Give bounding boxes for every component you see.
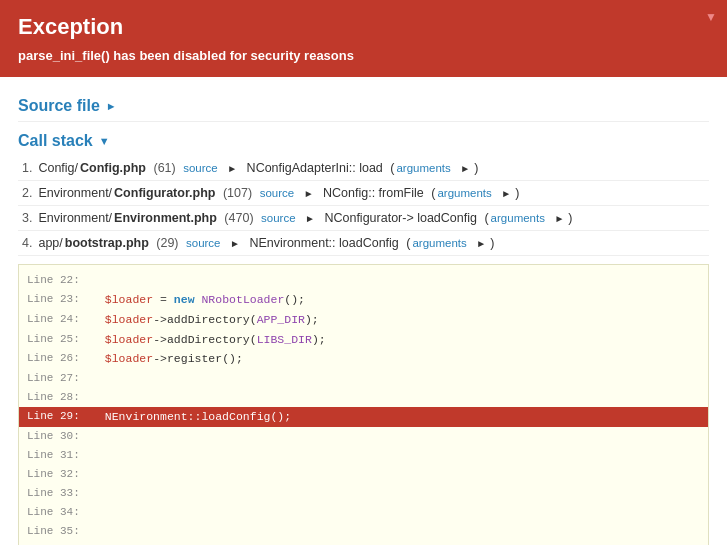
source-file-label: Source file xyxy=(18,97,100,115)
open-paren-3: ( xyxy=(484,211,488,225)
code-line-label: Line 25: xyxy=(27,331,91,349)
file-name-1: Config.php xyxy=(80,161,146,175)
source-link-3[interactable]: source xyxy=(261,212,296,224)
args-arrow-3: ► xyxy=(554,213,564,224)
code-line: Line 23: $loader = new NRobotLoader(); xyxy=(19,290,708,310)
close-paren-2: ) xyxy=(515,186,519,200)
exception-subtitle: parse_ini_file() has been disabled for s… xyxy=(18,48,709,63)
code-line-content: NEnvironment::loadConfig(); xyxy=(91,408,291,426)
file-name-4: bootstrap.php xyxy=(65,236,149,250)
exception-title: Exception xyxy=(18,14,709,40)
close-paren-1: ) xyxy=(474,161,478,175)
line-num-4: (29) xyxy=(156,236,178,250)
code-line-label: Line 26: xyxy=(27,350,91,368)
code-line-content: $loader->register(); xyxy=(91,350,243,368)
class-method-2: NConfig:: fromFile xyxy=(323,186,424,200)
code-line-label: Line 31: xyxy=(27,447,91,464)
call-stack-section[interactable]: Call stack ▼ xyxy=(18,132,709,150)
line-num-3: (470) xyxy=(224,211,253,225)
content-area: Source file ► Call stack ▼ 1. Config/Con… xyxy=(0,77,727,545)
class-method-4: NEnvironment:: loadConfig xyxy=(249,236,398,250)
code-line-label: Line 30: xyxy=(27,428,91,445)
file-name-3: Environment.php xyxy=(114,211,217,225)
class-method-3: NConfigurator-> loadConfig xyxy=(324,211,477,225)
file-path-3: Environment/ xyxy=(38,211,112,225)
code-line: Line 24: $loader->addDirectory(APP_DIR); xyxy=(19,310,708,330)
item-num-3: 3. xyxy=(22,211,32,225)
args-arrow-2: ► xyxy=(501,188,511,199)
source-link-1[interactable]: source xyxy=(183,162,218,174)
code-line-content: $loader = new NRobotLoader(); xyxy=(91,291,305,309)
code-line: Line 28: xyxy=(19,388,708,407)
file-path-4: app/ xyxy=(38,236,62,250)
source-file-toggle-icon[interactable]: ► xyxy=(106,100,117,112)
line-num-1: (61) xyxy=(153,161,175,175)
code-line: Line 29: NEnvironment::loadConfig(); xyxy=(19,407,708,427)
source-link-2[interactable]: source xyxy=(260,187,295,199)
call-stack-toggle-icon[interactable]: ▼ xyxy=(99,135,110,147)
arguments-link-4[interactable]: arguments xyxy=(412,237,466,249)
call-stack-label: Call stack xyxy=(18,132,93,150)
code-line: Line 34: xyxy=(19,503,708,522)
arguments-link-2[interactable]: arguments xyxy=(437,187,491,199)
line-num-2: (107) xyxy=(223,186,252,200)
code-block: Line 22:Line 23: $loader = new NRobotLoa… xyxy=(18,264,709,545)
code-line-label: Line 34: xyxy=(27,504,91,521)
arrow-3: ► xyxy=(305,213,315,224)
code-line-label: Line 24: xyxy=(27,311,91,329)
item-num-4: 4. xyxy=(22,236,32,250)
code-line: Line 30: xyxy=(19,427,708,446)
close-paren-3: ) xyxy=(568,211,572,225)
code-line-content: $loader->addDirectory(LIBS_DIR); xyxy=(91,331,326,349)
exception-header: Exception parse_ini_file() has been disa… xyxy=(0,0,727,77)
file-name-2: Configurator.php xyxy=(114,186,215,200)
args-arrow-1: ► xyxy=(460,163,470,174)
page-wrapper: ▼ Exception parse_ini_file() has been di… xyxy=(0,0,727,545)
code-line-label: Line 35: xyxy=(27,523,91,540)
call-stack-item-4: 4. app/bootstrap.php (29) source ► NEnvi… xyxy=(18,231,709,256)
code-line-label: Line 32: xyxy=(27,466,91,483)
arguments-link-1[interactable]: arguments xyxy=(396,162,450,174)
code-line: Line 31: xyxy=(19,446,708,465)
code-line: Line 26: $loader->register(); xyxy=(19,349,708,369)
top-chevron-icon: ▼ xyxy=(705,10,717,24)
code-line-label: Line 28: xyxy=(27,389,91,406)
code-line: Line 25: $loader->addDirectory(LIBS_DIR)… xyxy=(19,330,708,350)
file-path-1: Config/ xyxy=(38,161,78,175)
code-line: Line 22: xyxy=(19,271,708,290)
code-line-label: Line 33: xyxy=(27,485,91,502)
call-stack-item-3: 3. Environment/Environment.php (470) sou… xyxy=(18,206,709,231)
divider-1 xyxy=(18,121,709,122)
open-paren-1: ( xyxy=(390,161,394,175)
open-paren-2: ( xyxy=(431,186,435,200)
source-file-section[interactable]: Source file ► xyxy=(18,97,709,115)
code-line: Line 27: xyxy=(19,369,708,388)
arguments-link-3[interactable]: arguments xyxy=(491,212,545,224)
code-line-label: Line 23: xyxy=(27,291,91,309)
code-line-content: $loader->addDirectory(APP_DIR); xyxy=(91,311,319,329)
code-line: Line 32: xyxy=(19,465,708,484)
open-paren-4: ( xyxy=(406,236,410,250)
source-link-4[interactable]: source xyxy=(186,237,221,249)
code-line-label: Line 29: xyxy=(27,408,91,426)
code-line: Line 36: xyxy=(19,541,708,545)
call-stack-item-1: 1. Config/Config.php (61) source ► NConf… xyxy=(18,156,709,181)
arrow-4: ► xyxy=(230,238,240,249)
item-num-1: 1. xyxy=(22,161,32,175)
arrow-2: ► xyxy=(304,188,314,199)
class-method-1: NConfigAdapterIni:: load xyxy=(247,161,383,175)
code-line-label: Line 27: xyxy=(27,370,91,387)
call-stack-list: 1. Config/Config.php (61) source ► NConf… xyxy=(18,156,709,256)
file-path-2: Environment/ xyxy=(38,186,112,200)
code-line: Line 35: xyxy=(19,522,708,541)
arrow-1: ► xyxy=(227,163,237,174)
item-num-2: 2. xyxy=(22,186,32,200)
call-stack-item-2: 2. Environment/Configurator.php (107) so… xyxy=(18,181,709,206)
code-line: Line 33: xyxy=(19,484,708,503)
code-line-label: Line 22: xyxy=(27,272,91,289)
close-paren-4: ) xyxy=(490,236,494,250)
args-arrow-4: ► xyxy=(476,238,486,249)
